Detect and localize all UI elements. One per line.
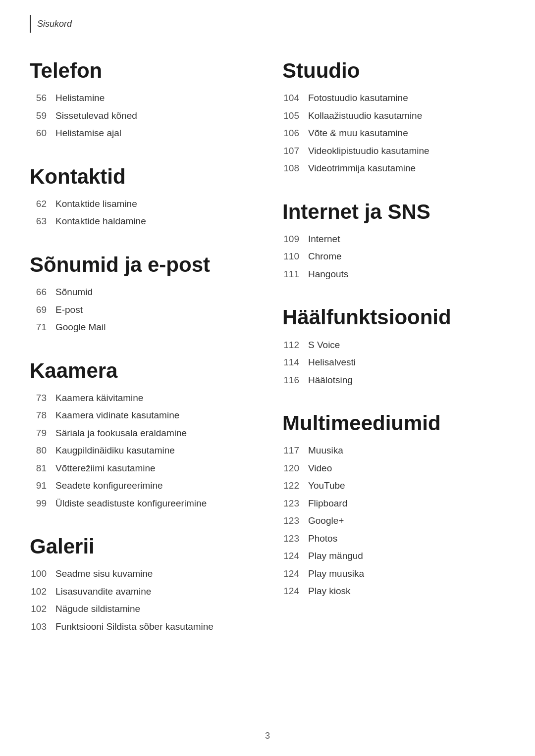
toc-item-label: Üldiste seadistuste konfigureerimine	[55, 497, 207, 511]
toc-item-label: Kontaktide lisamine	[55, 197, 137, 211]
toc-item: 69E-post	[30, 303, 253, 317]
toc-item-label: Flipboard	[308, 497, 347, 511]
toc-page-number: 100	[30, 567, 55, 581]
section-title: Sõnumid ja e-post	[30, 253, 253, 276]
toc-item: 60Helistamise ajal	[30, 126, 253, 141]
toc-page-number: 102	[30, 602, 55, 616]
toc-item-label: Hangouts	[308, 267, 348, 282]
toc-page-number: 71	[30, 320, 55, 335]
toc-item-label: Kollaažistuudio kasutamine	[308, 109, 422, 123]
section-title: Galerii	[30, 535, 253, 558]
toc-item-label: Lisasuvandite avamine	[55, 585, 151, 599]
toc-item-label: Play muusika	[308, 567, 364, 581]
toc-item-label: Google Mail	[55, 320, 106, 335]
toc-item: 120Video	[282, 461, 505, 476]
toc-item: 123Flipboard	[282, 497, 505, 511]
breadcrumb: Sisukord	[30, 15, 72, 33]
toc-item: 102Lisasuvandite avamine	[30, 585, 253, 599]
section: Internet ja SNS109Internet110Chrome111Ha…	[282, 201, 505, 282]
toc-item: 91Seadete konfigureerimine	[30, 479, 253, 493]
toc-list: 66Sõnumid69E-post71Google Mail	[30, 285, 253, 335]
toc-item: 79Säriala ja fookusala eraldamine	[30, 426, 253, 441]
toc-item-label: Photos	[308, 532, 337, 546]
toc-page-number: 110	[282, 250, 308, 264]
toc-item: 124Play muusika	[282, 567, 505, 581]
toc-item-label: Videoklipistuudio kasutamine	[308, 144, 429, 158]
toc-item: 112S Voice	[282, 338, 505, 353]
section-title: Telefon	[30, 59, 253, 82]
toc-page-number: 66	[30, 285, 55, 300]
toc-item-label: Kontaktide haldamine	[55, 214, 146, 229]
toc-page-number: 103	[30, 620, 55, 634]
toc-item: 110Chrome	[282, 250, 505, 264]
toc-item: 59Sissetulevad kõned	[30, 109, 253, 123]
toc-item: 62Kontaktide lisamine	[30, 197, 253, 211]
toc-item-label: Videotrimmija kasutamine	[308, 161, 416, 176]
toc-item-label: Internet	[308, 232, 340, 247]
right-column: Stuudio104Fotostuudio kasutamine105Kolla…	[282, 59, 505, 658]
page-number: 3	[265, 731, 270, 741]
toc-item: 56Helistamine	[30, 91, 253, 105]
toc-item: 116Häälotsing	[282, 373, 505, 388]
toc-list: 62Kontaktide lisamine63Kontaktide haldam…	[30, 197, 253, 229]
toc-item: 104Fotostuudio kasutamine	[282, 91, 505, 105]
toc-item-label: YouTube	[308, 479, 345, 493]
toc-page-number: 78	[30, 408, 55, 423]
section: Telefon56Helistamine59Sissetulevad kõned…	[30, 59, 253, 141]
toc-page-number: 114	[282, 355, 308, 370]
toc-item: 100Seadme sisu kuvamine	[30, 567, 253, 581]
toc-item: 123Google+	[282, 514, 505, 528]
section: Sõnumid ja e-post66Sõnumid69E-post71Goog…	[30, 253, 253, 335]
toc-item-label: Sõnumid	[55, 285, 93, 300]
toc-item-label: Sissetulevad kõned	[55, 109, 137, 123]
breadcrumb-line	[30, 15, 31, 33]
toc-item-label: Võte & muu kasutamine	[308, 126, 408, 141]
toc-page-number: 123	[282, 532, 308, 546]
toc-list: 100Seadme sisu kuvamine102Lisasuvandite …	[30, 567, 253, 634]
section-title: Multimeediumid	[282, 412, 505, 435]
toc-item-label: Funktsiooni Sildista sõber kasutamine	[55, 620, 214, 634]
toc-page-number: 69	[30, 303, 55, 317]
toc-item: 105Kollaažistuudio kasutamine	[282, 109, 505, 123]
toc-item-label: Fotostuudio kasutamine	[308, 91, 408, 105]
toc-item: 111Hangouts	[282, 267, 505, 282]
toc-item-label: Helistamine	[55, 91, 105, 105]
toc-page-number: 106	[282, 126, 308, 141]
toc-item: 117Muusika	[282, 444, 505, 458]
section: Multimeediumid117Muusika120Video122YouTu…	[282, 412, 505, 599]
toc-item: 71Google Mail	[30, 320, 253, 335]
toc-page-number: 124	[282, 567, 308, 581]
toc-item: 99Üldiste seadistuste konfigureerimine	[30, 497, 253, 511]
toc-page-number: 120	[282, 461, 308, 476]
section-title: Stuudio	[282, 59, 505, 82]
toc-item-label: Seadme sisu kuvamine	[55, 567, 153, 581]
toc-item-label: Kaamera vidinate kasutamine	[55, 408, 179, 423]
toc-page-number: 91	[30, 479, 55, 493]
section-title: Internet ja SNS	[282, 201, 505, 223]
toc-item: 122YouTube	[282, 479, 505, 493]
toc-page-number: 73	[30, 391, 55, 405]
toc-page-number: 56	[30, 91, 55, 105]
toc-item-label: Helistamise ajal	[55, 126, 121, 141]
toc-item: 66Sõnumid	[30, 285, 253, 300]
left-column: Telefon56Helistamine59Sissetulevad kõned…	[30, 59, 253, 658]
toc-list: 73Kaamera käivitamine78Kaamera vidinate …	[30, 391, 253, 511]
toc-page-number: 80	[30, 444, 55, 458]
content-area: Telefon56Helistamine59Sissetulevad kõned…	[30, 59, 505, 658]
toc-list: 109Internet110Chrome111Hangouts	[282, 232, 505, 282]
section: Kaamera73Kaamera käivitamine78Kaamera vi…	[30, 359, 253, 511]
toc-page-number: 60	[30, 126, 55, 141]
toc-item: 107Videoklipistuudio kasutamine	[282, 144, 505, 158]
toc-list: 56Helistamine59Sissetulevad kõned60Helis…	[30, 91, 253, 141]
toc-page-number: 63	[30, 214, 55, 229]
section-title: Kaamera	[30, 359, 253, 382]
toc-item-label: Häälotsing	[308, 373, 353, 388]
section: Stuudio104Fotostuudio kasutamine105Kolla…	[282, 59, 505, 176]
toc-item-label: Nägude sildistamine	[55, 602, 140, 616]
toc-item: 63Kontaktide haldamine	[30, 214, 253, 229]
toc-item-label: Võtterežiimi kasutamine	[55, 461, 156, 476]
section-title: Kontaktid	[30, 165, 253, 188]
breadcrumb-text: Sisukord	[37, 19, 72, 29]
toc-item: 108Videotrimmija kasutamine	[282, 161, 505, 176]
toc-item-label: Kaugpildinäidiku kasutamine	[55, 444, 175, 458]
